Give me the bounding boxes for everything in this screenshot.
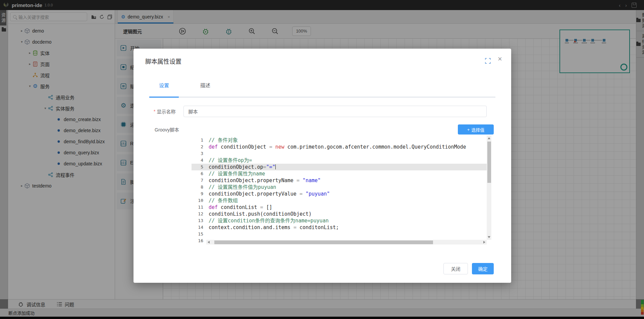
code-token: com.primeton.gocom.afcenter.common.model… [284, 144, 466, 150]
horizontal-scrollbar[interactable] [206, 240, 487, 245]
code-line-12[interactable]: conditonList.push(conditionObject) [206, 211, 487, 217]
code-line-4[interactable]: // 设置条件op为= [206, 157, 487, 164]
display-name-label: 显示名称 [157, 108, 175, 115]
display-name-value: 脚本 [188, 108, 198, 115]
line-number[interactable]: 9 [192, 191, 206, 197]
code-token: = [293, 224, 297, 230]
code-token [272, 144, 275, 150]
scroll-right-arrow[interactable] [483, 241, 485, 244]
code-token: "=" [266, 164, 275, 170]
code-token: // 设置条件op为= [209, 157, 252, 163]
tab-track [149, 97, 495, 98]
code-token [300, 177, 303, 183]
code-line-7[interactable]: conditionObject.propertyName = "name" [206, 177, 487, 184]
code-line-6[interactable]: // 设置条件属性为name [206, 170, 487, 177]
code-token: // 条件对象 [209, 137, 238, 143]
line-number[interactable]: 4 [192, 157, 206, 164]
code-token: // 设置condition条件的查询条件为name=puyuan [209, 218, 329, 224]
code-token: = [260, 204, 263, 210]
close-button[interactable]: 关闭 [443, 263, 468, 274]
code-line-5[interactable]: conditionObject.op="=" [206, 164, 487, 170]
scroll-down-arrow[interactable] [488, 236, 490, 238]
line-number[interactable]: 11 [192, 204, 206, 211]
line-number[interactable]: 5 [192, 164, 206, 170]
confirm-button[interactable]: 确定 [472, 263, 494, 274]
code-token: conditonList; [297, 224, 339, 230]
groovy-code-editor[interactable]: 12345678910111213141516 // 条件对象def condi… [192, 136, 491, 245]
line-number-gutter: 12345678910111213141516 [192, 137, 206, 244]
code-token: // 设置条件属性为name [209, 171, 265, 177]
code-token: conditionObject.op [209, 164, 263, 170]
line-number[interactable]: 6 [192, 170, 206, 177]
code-line-13[interactable]: // 设置condition条件的查询条件为name=puyuan [206, 217, 487, 224]
dialog-tab-description[interactable]: 描述 [191, 82, 220, 89]
required-asterisk: * [154, 109, 155, 114]
code-token: def [209, 144, 218, 150]
line-number[interactable]: 14 [192, 224, 206, 231]
code-line-14[interactable]: context.condition.and.items = conditonLi… [206, 224, 487, 231]
dialog-title: 脚本属性设置 [145, 57, 181, 65]
code-token: // 设置属性条件值为puyuan [209, 184, 276, 190]
dialog-close-icon[interactable]: × [498, 55, 502, 63]
fullscreen-icon[interactable] [485, 58, 491, 64]
code-line-8[interactable]: // 设置属性条件值为puyuan [206, 184, 487, 191]
choose-value-button[interactable]: + 选择值 [458, 124, 494, 135]
display-name-input[interactable]: 脚本 [183, 106, 487, 117]
vertical-scrollbar[interactable] [487, 136, 491, 240]
code-token: "name" [303, 177, 321, 183]
dialog-footer: 关闭 确定 [133, 261, 511, 277]
line-number[interactable]: 7 [192, 177, 206, 184]
code-line-1[interactable]: // 条件对象 [206, 137, 487, 144]
code-token: "puyuan" [306, 191, 330, 197]
code-token: conditionObject.propertyValue [209, 191, 300, 197]
line-number[interactable]: 2 [192, 144, 206, 150]
line-number[interactable]: 13 [192, 217, 206, 224]
code-line-11[interactable]: def conditonList = [] [206, 204, 487, 211]
code-token: conditionObject.propertyName [209, 177, 297, 183]
horizontal-scrollbar-thumb[interactable] [214, 241, 433, 244]
code-token [303, 191, 306, 197]
code-lines[interactable]: // 条件对象def conditionObject = new com.pri… [206, 137, 487, 244]
code-line-2[interactable]: def conditionObject = new com.primeton.g… [206, 144, 487, 150]
code-line-10[interactable]: // 条件数组 [206, 197, 487, 204]
groovy-script-label: Groovy脚本 [155, 126, 179, 133]
plus-icon: + [467, 127, 470, 132]
code-token: = [263, 164, 266, 170]
code-line-15[interactable] [206, 231, 487, 237]
code-token: conditonList [218, 204, 260, 210]
scroll-up-arrow[interactable] [488, 137, 490, 139]
dialog-tab-settings[interactable]: 设置 [149, 82, 179, 89]
scroll-left-arrow[interactable] [208, 241, 210, 244]
code-token: = [269, 144, 272, 150]
code-token: = [300, 191, 303, 197]
choose-value-label: 选择值 [471, 126, 484, 133]
code-token: conditionObject [218, 144, 269, 150]
line-number[interactable]: 3 [192, 150, 206, 157]
vertical-scrollbar-thumb[interactable] [487, 142, 491, 183]
script-properties-dialog: 脚本属性设置 × 设置 描述 * 显示名称 脚本 Groovy脚本 + 选择值 … [133, 49, 511, 283]
line-number[interactable]: 12 [192, 211, 206, 217]
display-name-row: * 显示名称 脚本 [154, 106, 487, 117]
line-number[interactable]: 16 [192, 237, 206, 244]
code-line-9[interactable]: conditionObject.propertyValue = "puyuan" [206, 191, 487, 197]
code-token: context.condition.and.items [209, 224, 293, 230]
tab-active-indicator [149, 97, 179, 98]
line-number[interactable]: 15 [192, 231, 206, 237]
code-token: = [297, 177, 300, 183]
code-token: [] [263, 204, 272, 210]
code-token: conditonList.push(conditionObject) [209, 211, 312, 217]
code-token: new [275, 144, 284, 150]
text-cursor [275, 164, 276, 169]
line-number[interactable]: 1 [192, 137, 206, 144]
code-token: def [209, 204, 218, 210]
line-number[interactable]: 10 [192, 197, 206, 204]
code-token: // 条件数组 [209, 198, 238, 204]
code-line-3[interactable] [206, 150, 487, 157]
line-number[interactable]: 8 [192, 184, 206, 191]
